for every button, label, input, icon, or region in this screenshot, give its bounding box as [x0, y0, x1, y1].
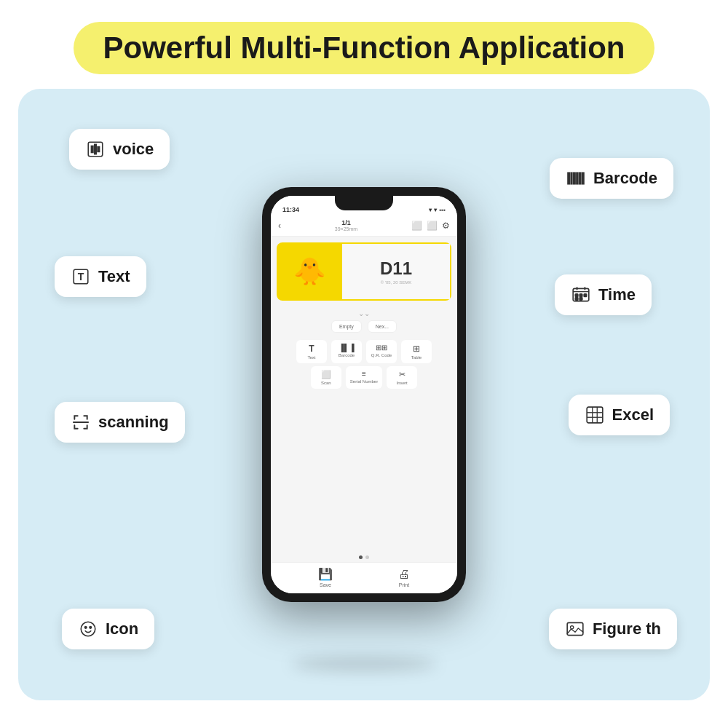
- page-dots: [271, 553, 457, 562]
- excel-label: Excel: [612, 405, 654, 424]
- toolbar-text-btn[interactable]: T Text: [296, 340, 327, 363]
- signal-icon: ▾: [434, 207, 437, 213]
- toolbar-text-label: Text: [307, 355, 315, 360]
- dot-2: [365, 555, 369, 559]
- print-btn[interactable]: 🖨 Print: [398, 568, 410, 587]
- svg-rect-13: [577, 173, 577, 183]
- toolbar-row-1: T Text ▐▌▐ Barcode ⊞⊞ Q.R. Code ⊞: [277, 340, 451, 363]
- label-copyright: © '05, 20 SEMK: [381, 280, 412, 285]
- duck-image: 🐥: [293, 256, 326, 287]
- back-icon[interactable]: ‹: [278, 221, 281, 231]
- svg-point-31: [570, 626, 573, 629]
- toolbar-insert-label: Insert: [397, 381, 408, 385]
- voice-badge[interactable]: voice: [69, 129, 170, 170]
- duck-section: 🐥: [277, 242, 342, 301]
- title-pill: Powerful Multi-Function Application: [74, 22, 654, 74]
- toolbar-row-2: ⬜ Scan ≡ Serial Number ✂ Insert: [277, 366, 451, 389]
- svg-point-9: [90, 627, 91, 628]
- excel-badge[interactable]: Excel: [569, 395, 670, 435]
- bottom-bar: 💾 Save 🖨 Print: [271, 562, 457, 593]
- toolbar-serial-icon: ≡: [362, 370, 366, 378]
- svg-rect-3: [98, 147, 99, 152]
- toolbar-scan-icon: ⬜: [321, 370, 331, 379]
- save-btn[interactable]: 💾 Save: [318, 567, 333, 587]
- voice-icon: [85, 139, 106, 159]
- svg-rect-12: [574, 173, 575, 183]
- excel-icon: [585, 405, 605, 425]
- svg-rect-14: [579, 173, 580, 183]
- title-container: Powerful Multi-Function Application: [29, 22, 699, 74]
- svg-rect-21: [579, 294, 582, 296]
- dot-1: [359, 555, 363, 559]
- scanning-icon: [71, 412, 91, 432]
- svg-text:T: T: [78, 271, 84, 282]
- toolbar-serial-label: Serial Number: [350, 379, 378, 384]
- label-preview: 🐥 D11 © '05, 20 SEMK: [277, 242, 451, 301]
- label-text-section: D11 © '05, 20 SEMK: [342, 242, 451, 301]
- icon-badge[interactable]: Icon: [62, 609, 154, 649]
- toolbar-barcode-icon: ▐▌▐: [339, 344, 354, 352]
- image-icon[interactable]: ⬜: [427, 221, 438, 231]
- smiley-icon: [78, 619, 98, 639]
- toolbar-serial-btn[interactable]: ≡ Serial Number: [346, 366, 382, 389]
- text-label: Text: [98, 267, 130, 286]
- toolbar-qr-btn[interactable]: ⊞⊞ Q.R. Code: [366, 340, 397, 363]
- toolbar-qr-label: Q.R. Code: [371, 353, 392, 357]
- barcode-label: Barcode: [593, 169, 657, 188]
- text-badge[interactable]: T Text: [55, 256, 146, 297]
- svg-rect-2: [95, 145, 96, 154]
- toolbar-qr-icon: ⊞⊞: [376, 344, 387, 352]
- text-icon: T: [71, 266, 91, 287]
- phone-shadow: [291, 657, 437, 671]
- svg-rect-20: [575, 294, 577, 296]
- figure-icon: [565, 619, 585, 639]
- figure-badge[interactable]: Figure th: [549, 609, 677, 649]
- figure-label: Figure th: [593, 620, 661, 638]
- scanning-label: scanning: [98, 413, 169, 432]
- nav-icons: ⬜ ⬜ ⚙: [411, 221, 450, 231]
- phone-mockup: 11:34 ▾ ▾ ▪▪▪ ‹ 1/1 39×25mm ⬜: [262, 187, 466, 602]
- time-badge[interactable]: Time: [555, 274, 652, 315]
- svg-rect-1: [92, 146, 93, 153]
- toolbar-scan-btn[interactable]: ⬜ Scan: [311, 366, 341, 389]
- phone-screen: 11:34 ▾ ▾ ▪▪▪ ‹ 1/1 39×25mm ⬜: [271, 196, 457, 593]
- chevron-down-icon: ⌄⌄: [358, 309, 370, 317]
- barcode-icon: [566, 168, 586, 189]
- toolbar-scan-label: Scan: [321, 381, 331, 385]
- share-icon[interactable]: ⬜: [411, 221, 422, 231]
- print-icon: 🖨: [398, 568, 410, 581]
- barcode-badge[interactable]: Barcode: [550, 158, 673, 199]
- dimensions: 39×25mm: [335, 226, 357, 232]
- svg-rect-15: [582, 173, 584, 183]
- toolbar-table-btn[interactable]: ⊞ Table: [401, 340, 432, 363]
- time-label: Time: [598, 285, 636, 304]
- time-icon: [571, 285, 591, 305]
- icon-label: Icon: [106, 620, 138, 638]
- next-btn[interactable]: Nex...: [368, 320, 397, 333]
- page-title: Powerful Multi-Function Application: [103, 31, 625, 65]
- svg-rect-22: [584, 294, 586, 296]
- toolbar-insert-btn[interactable]: ✂ Insert: [387, 366, 417, 389]
- main-card: voice T Text sca: [18, 89, 710, 700]
- toolbar-barcode-label: Barcode: [339, 353, 355, 357]
- empty-btn[interactable]: Empty: [331, 320, 362, 333]
- battery-icon: ▪▪▪: [439, 207, 446, 213]
- svg-point-7: [81, 622, 95, 636]
- toolbar-table-icon: ⊞: [413, 344, 420, 354]
- phone-notch: [335, 196, 393, 210]
- chevron-area: ⌄⌄: [271, 306, 457, 320]
- svg-point-8: [85, 627, 87, 628]
- label-d11: D11: [380, 258, 412, 279]
- svg-rect-25: [587, 407, 603, 423]
- toolbar-section: T Text ▐▌▐ Barcode ⊞⊞ Q.R. Code ⊞: [271, 336, 457, 553]
- page-num: 1/1: [335, 219, 357, 226]
- svg-rect-11: [571, 173, 571, 183]
- wifi-icon: ▾: [429, 207, 432, 213]
- scanning-badge[interactable]: scanning: [55, 402, 185, 443]
- svg-rect-23: [575, 298, 577, 300]
- toolbar-barcode-btn[interactable]: ▐▌▐ Barcode: [331, 340, 362, 363]
- status-icons: ▾ ▾ ▪▪▪: [429, 207, 446, 213]
- save-label: Save: [320, 582, 331, 587]
- toolbar-table-label: Table: [411, 355, 422, 360]
- settings-icon[interactable]: ⚙: [442, 221, 450, 231]
